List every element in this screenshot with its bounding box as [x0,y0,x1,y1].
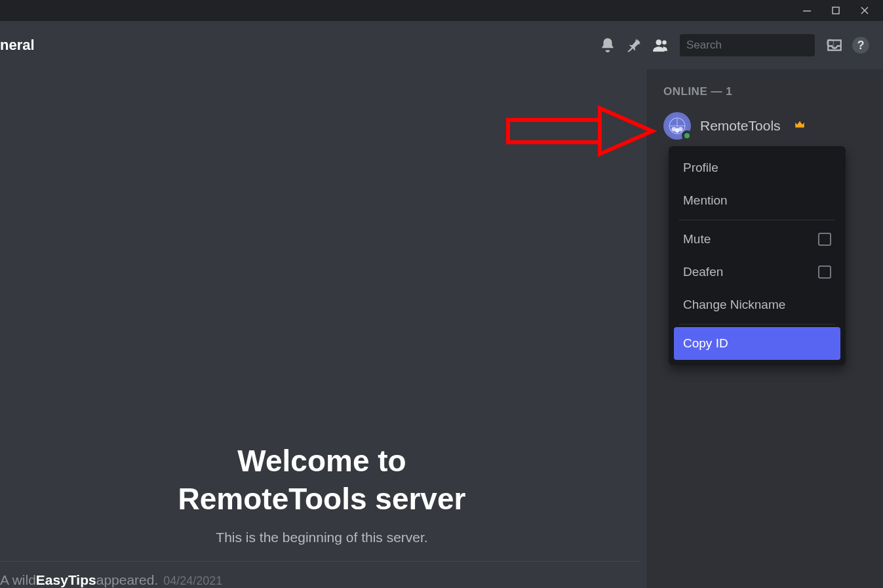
system-message: A wild EasyTips appeared. 04/24/2021 [0,562,644,588]
help-icon[interactable]: ? [848,36,874,54]
context-item-profile[interactable]: Profile [674,151,840,184]
search-input[interactable] [686,39,825,52]
context-separator [679,220,835,220]
member-group-header: ONLINE — 1 [663,85,870,98]
chat-area: Welcome to RemoteTools server This is th… [0,69,644,588]
status-online-icon [682,130,692,141]
svg-point-10 [675,128,680,132]
system-message-timestamp: 04/24/2021 [163,574,222,588]
avatar[interactable] [663,112,691,140]
system-message-prefix: A wild [0,572,36,588]
welcome-title-line2: RemoteTools server [0,480,644,519]
member-name[interactable]: RemoteTools [700,118,781,134]
context-item-copy-id[interactable]: Copy ID [674,327,840,360]
context-separator [679,324,835,324]
context-item-label: Profile [683,161,718,175]
context-item-deafen[interactable]: Deafen [674,256,840,288]
inbox-icon[interactable] [821,37,848,54]
checkbox-icon[interactable] [818,265,831,279]
chat-scroll[interactable]: Welcome to RemoteTools server This is th… [0,69,644,588]
user-context-menu: Profile Mention Mute Deafen Change Nickn… [669,146,846,365]
window-titlebar [0,0,883,21]
window-maximize-button[interactable] [821,0,850,21]
search-box[interactable] [680,34,815,56]
context-item-label: Mention [683,193,728,208]
svg-rect-0 [803,10,811,12]
welcome-block: Welcome to RemoteTools server This is th… [0,442,644,561]
svg-rect-1 [833,7,839,14]
system-message-username[interactable]: EasyTips [36,572,96,588]
welcome-subtitle: This is the beginning of this server. [0,530,644,545]
context-item-label: Change Nickname [683,298,785,312]
context-item-mention[interactable]: Mention [674,184,840,217]
svg-point-2 [656,39,662,45]
context-item-mute[interactable]: Mute [674,223,840,256]
context-item-change-nickname[interactable]: Change Nickname [674,288,840,321]
server-owner-crown-icon [794,119,806,133]
window-minimize-button[interactable] [793,0,821,21]
context-item-label: Mute [683,232,711,246]
checkbox-icon[interactable] [818,233,831,246]
pinned-messages-icon[interactable] [621,37,647,54]
member-row[interactable]: RemoteTools [663,110,870,142]
svg-text:?: ? [857,38,865,51]
window-close-button[interactable] [850,0,879,21]
channel-name: neral [0,37,35,54]
welcome-title-line1: Welcome to [0,442,644,480]
context-item-label: Deafen [683,265,723,279]
member-list-icon[interactable] [647,37,673,54]
notifications-icon[interactable] [595,37,621,54]
svg-point-3 [662,40,667,44]
channel-header: neral ? [0,21,883,69]
context-item-label: Copy ID [683,336,728,351]
system-message-suffix: appeared. [96,572,159,588]
